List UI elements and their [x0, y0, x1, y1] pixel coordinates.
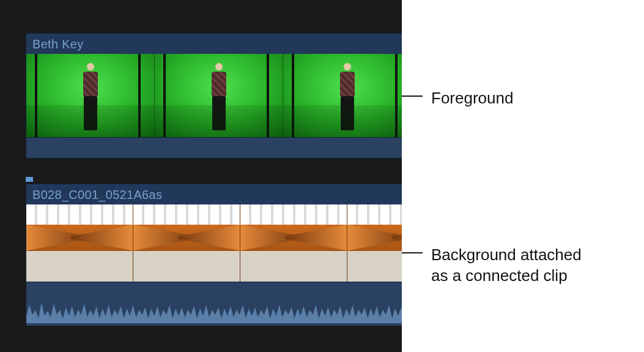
foreground-clip[interactable]: Beth Key — [26, 33, 402, 159]
background-annotation: Background attached as a connected clip — [423, 245, 600, 286]
background-clip-title: B028_C001_0521A6as — [26, 184, 402, 204]
background-filmstrip — [26, 204, 402, 282]
timeline: Beth Key B028_C001_0521A6as — [0, 0, 402, 352]
audio-region — [26, 137, 402, 158]
connection-marker-icon — [26, 177, 33, 182]
audio-waveform — [26, 282, 402, 326]
foreground-annotation: Foreground — [423, 88, 513, 109]
annotation-panel: Foreground Background attached as a conn… — [402, 0, 644, 352]
background-clip[interactable]: B028_C001_0521A6as — [26, 184, 402, 323]
foreground-filmstrip — [26, 54, 402, 137]
foreground-clip-title: Beth Key — [26, 34, 402, 54]
